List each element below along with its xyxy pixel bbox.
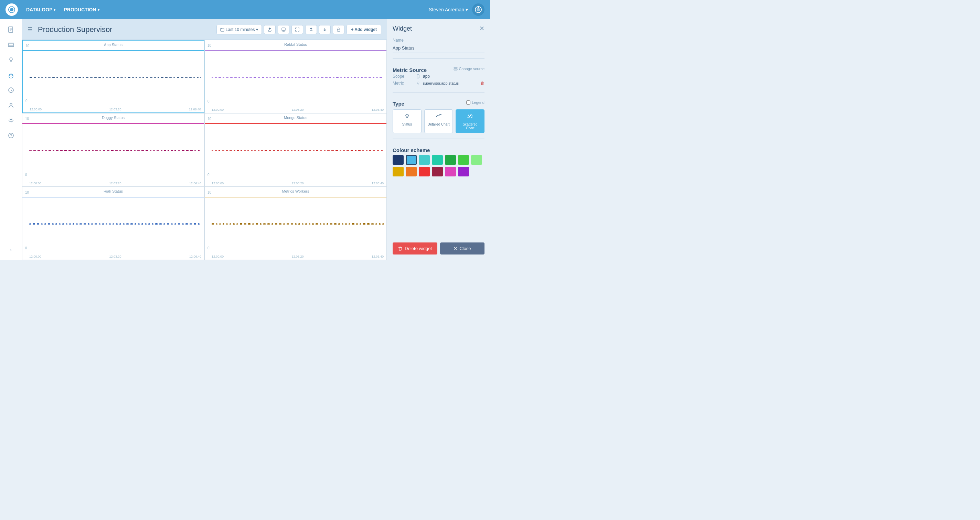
monitor-btn[interactable] [278,25,290,34]
svg-rect-33 [454,69,457,70]
database-icon [453,67,458,71]
widget-ymax-metrics: 10 [207,190,211,194]
color-swatch-magenta[interactable] [445,167,456,176]
nav-dataloop[interactable]: DATALOOP ▾ [26,7,56,13]
legend-checkbox[interactable] [466,100,470,105]
change-source-btn[interactable]: Change source [453,67,485,71]
lock-btn[interactable] [333,25,344,34]
navbar-right: Steven Acreman ▾ [429,3,485,16]
widget-metrics-workers[interactable]: 10 Metrics Workers 0 12:00:0012:03:2012:… [204,187,387,260]
svg-point-46 [470,115,471,116]
delete-metric-icon[interactable]: 🗑 [480,81,485,86]
close-panel-btn[interactable]: ✕ Close [440,243,485,255]
upload-btn[interactable] [305,25,317,34]
sidebar-icon-document[interactable] [5,24,17,36]
svg-point-44 [472,116,473,117]
logo[interactable] [5,3,18,16]
nav-production[interactable]: PRODUCTION ▾ [64,7,99,13]
add-widget-btn[interactable]: + Add widget [347,25,381,34]
color-swatch-darkblue[interactable] [393,155,404,165]
sidebar: ? › [0,19,22,260]
svg-rect-31 [337,29,340,31]
color-swatch-yellow[interactable] [393,167,404,176]
widget-app-status[interactable]: 10 App Status 0 12:00:0012:03:2012:06:40 [22,40,204,113]
svg-point-21 [10,103,12,105]
type-btn-detailed[interactable]: Detailed Chart [424,109,453,133]
sidebar-icon-bulb[interactable] [5,54,17,66]
widget-ymin-rabbit: 0 [207,99,210,103]
production-arrow: ▾ [98,8,99,12]
svg-point-1 [10,8,13,11]
widget-doggy-status[interactable]: 10 Doggy Status 0 12:00:0012:03:2012:06:… [22,113,204,186]
metric-label: Metric [393,81,413,86]
widget-xaxis-metrics: 12:00:0012:03:2012:06:40 [212,255,384,258]
sidebar-icon-person[interactable] [5,99,17,111]
sidebar-icon-layers[interactable] [5,38,17,51]
metric-icon [416,81,420,85]
dots-metrics [212,223,384,225]
close-panel-icon: ✕ [453,246,457,251]
chart-area-app [30,51,201,103]
page-header: ☰ Production Supervisor Last 10 minutes … [22,19,387,40]
svg-point-43 [471,114,472,115]
sidebar-icon-dashboard[interactable] [5,69,17,81]
type-btn-scattered[interactable]: Scattered Chart [456,109,485,133]
monitor-icon [282,27,286,32]
color-swatch-green[interactable] [445,155,456,165]
color-scheme-title: Colour scheme [393,147,485,153]
dashboard-grid: 10 App Status 0 12:00:0012:03:2012:06:40… [22,40,387,260]
type-detailed-label: Detailed Chart [428,122,450,126]
menu-icon[interactable]: ☰ [27,26,32,33]
main-layout: ? › ☰ Production Supervisor Last 10 minu… [0,19,490,260]
svg-rect-25 [221,28,224,31]
user-menu[interactable]: Steven Acreman ▾ [429,7,468,13]
sidebar-icon-help[interactable]: ? [5,129,17,142]
widget-xaxis-riak: 12:00:0012:03:2012:06:40 [29,255,201,258]
fullscreen-btn[interactable] [291,25,303,34]
color-swatch-purple[interactable] [458,167,469,176]
widget-rabbit-status[interactable]: 10 Rabbit Status 0 12:00:0012:03:2012:06… [204,40,387,113]
sidebar-collapse[interactable]: › [5,244,17,256]
right-panel: Widget ✕ Name App Status Metric Source C… [387,19,490,260]
svg-rect-49 [399,248,401,250]
dataloop-arrow: ▾ [54,8,56,12]
share-btn[interactable] [264,25,275,34]
svg-point-36 [417,82,419,84]
widget-mongo-status[interactable]: 10 Mongo Status 0 12:00:0012:03:2012:06:… [204,113,387,186]
type-btn-status[interactable]: Status [393,109,422,133]
delete-widget-btn[interactable]: Delete widget [393,243,438,255]
svg-point-47 [471,117,473,118]
color-swatch-lightblue[interactable] [406,155,417,165]
color-swatch-teal[interactable] [432,155,443,165]
time-filter-btn[interactable]: Last 10 minutes ▾ [216,25,262,34]
color-swatch-mint[interactable] [471,155,482,165]
color-row-1 [393,155,485,165]
user-avatar[interactable] [472,3,485,16]
sidebar-icon-clock[interactable] [5,84,17,96]
color-swatch-darkred[interactable] [432,167,443,176]
sidebar-icon-settings[interactable] [5,114,17,127]
metric-source-title: Metric Source [393,67,427,73]
upload-icon [309,27,313,32]
panel-close-btn[interactable]: ✕ [479,25,485,32]
color-swatch-red[interactable] [419,167,430,176]
panel-header: Widget ✕ [393,25,485,32]
color-swatch-lightgreen[interactable] [458,155,469,165]
svg-point-48 [468,117,469,118]
widget-ymax-rabbit: 10 [207,44,211,48]
legend-check[interactable]: Legend [466,100,485,105]
name-value[interactable]: App Status [393,44,485,53]
download-btn[interactable] [319,25,331,34]
svg-line-20 [11,90,12,91]
widget-ymin-metrics: 0 [207,246,210,250]
dots-mongo [212,150,384,151]
metric-row: Metric supervisor.app.status 🗑 [393,80,485,87]
navbar-left: DATALOOP ▾ PRODUCTION ▾ [5,3,99,16]
color-swatch-orange[interactable] [406,167,417,176]
divider-1 [393,59,485,59]
widget-riak-status[interactable]: 10 Riak Status 0 12:00:0012:03:2012:06:4… [22,187,204,260]
color-swatch-cyan[interactable] [419,155,430,165]
name-label: Name [393,38,485,43]
type-buttons: Status Detailed Chart [393,109,485,133]
metric-source-section: Metric Source Change source Scope app Me… [393,64,485,87]
